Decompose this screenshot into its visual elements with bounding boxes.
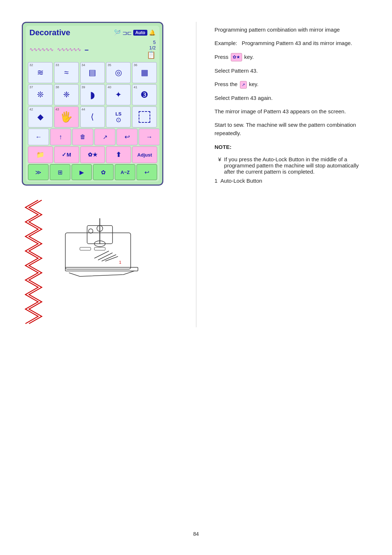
illustrations-row: 1 — [22, 197, 178, 327]
svg-rect-7 — [94, 247, 105, 250]
sound-icon: 🔔 — [149, 29, 156, 36]
bottom-return[interactable]: ↩ — [136, 164, 157, 180]
nav-left[interactable]: ← — [28, 129, 49, 145]
zigzag-svg — [22, 197, 54, 327]
nav-up[interactable]: ↑ — [50, 129, 71, 145]
press2-pre: Press the — [215, 81, 237, 87]
pattern-42[interactable]: 42 ◆ — [28, 106, 53, 127]
pattern-40[interactable]: 40 ✦ — [106, 84, 131, 105]
note-section: NOTE: ¥ If you press the Auto-Lock Butto… — [215, 143, 370, 184]
pattern-row-1: 32 ≋ 33 ≈ 34 ▤ 35 ◎ — [28, 62, 157, 83]
header-icons: 🪡 ⊐⊏ Auto 🔔 — [114, 29, 156, 36]
mirror-key-button[interactable]: ↗ — [240, 81, 247, 89]
nav-back[interactable]: ↩ — [117, 129, 138, 145]
numbered-1: 1 — [215, 178, 217, 184]
select1-text: Select Pattern 43. — [215, 66, 370, 75]
pattern-row-2: 37 ❊ 38 ❈ 39 ◗ 40 ✦ — [28, 84, 157, 105]
bottom-row: ≫ ⊞ ▶ ✿ A~Z ↩ — [28, 164, 157, 180]
machine-svg: 1 — [58, 211, 149, 284]
bottom-az[interactable]: A~Z — [115, 164, 135, 180]
nav-row: ← ↑ 🗑 ↗ ↩ → — [28, 129, 157, 145]
folder-icon: 📋 — [147, 50, 156, 59]
page-fraction: 1/2 — [147, 45, 156, 50]
pattern-ls[interactable]: LS ⊙ — [106, 106, 131, 127]
press1-post: key. — [244, 54, 254, 60]
vertical-divider — [196, 22, 196, 327]
pattern-34[interactable]: 34 ▤ — [80, 62, 105, 83]
panel-header-right: 🪡 ⊐⊏ Auto 🔔 — [114, 29, 156, 36]
numbered-1-text: Auto-Lock Button — [220, 178, 262, 184]
note-item-1: ¥ If you press the Auto-Lock Button in t… — [215, 156, 370, 175]
dash-separator: – — [85, 45, 89, 54]
pattern-35[interactable]: 35 ◎ — [106, 62, 131, 83]
wave-pattern-1: ∿∿∿∿∿∿ — [29, 46, 53, 52]
bottom-pattern[interactable]: ✿ — [93, 164, 114, 180]
auto-badge: Auto — [133, 30, 147, 36]
nav-delete[interactable]: 🗑 — [72, 129, 93, 145]
bottom-grid[interactable]: ⊞ — [50, 164, 70, 180]
press2-line: Press the ↗ key. — [215, 80, 370, 89]
mirror-text: The mirror image of Pattern 43 appears o… — [215, 107, 370, 116]
page-number: 84 — [186, 524, 206, 544]
star-key-button[interactable]: ✿★ — [231, 53, 242, 61]
numbered-item-1: 1 Auto-Lock Button — [215, 178, 370, 184]
svg-text:1: 1 — [119, 260, 121, 264]
panel-header: Decorative 🪡 ⊐⊏ Auto 🔔 — [26, 26, 159, 39]
left-column: Decorative 🪡 ⊐⊏ Auto 🔔 ∿∿∿∿∿∿ ∿ — [22, 22, 178, 327]
pattern-33[interactable]: 33 ≈ — [54, 62, 79, 83]
func-folder[interactable]: 📁 — [28, 146, 53, 163]
wave-pattern-2: ∿∿∿∿∿∿ — [57, 46, 81, 52]
needle-icon: 🪡 — [114, 29, 121, 36]
bottom-stitch1[interactable]: ≫ — [28, 164, 49, 180]
example-text: Example: Programming Pattern 43 and its … — [215, 39, 370, 47]
example-label: Example: — [215, 40, 242, 46]
press1-pre: Press — [215, 54, 228, 60]
press2-post: key. — [249, 81, 258, 87]
panel-title: Decorative — [29, 28, 70, 37]
pattern-36[interactable]: 36 ▦ — [132, 62, 157, 83]
pattern-41[interactable]: 41 ❸ — [132, 84, 157, 105]
thread-icon: ⊐⊏ — [122, 29, 132, 36]
func-vm[interactable]: ✓M — [54, 146, 79, 163]
pattern-32[interactable]: 32 ≋ — [28, 62, 53, 83]
press1-line: Press ✿★ key. — [215, 53, 370, 61]
pattern-38[interactable]: 38 ❈ — [54, 84, 79, 105]
pattern-44[interactable]: 44 ⟨ — [80, 106, 105, 127]
pattern-37[interactable]: 37 ❊ — [28, 84, 53, 105]
svg-point-4 — [89, 229, 93, 233]
pattern-39[interactable]: 39 ◗ — [80, 84, 105, 105]
note-body: If you press the Auto-Lock Button in the… — [224, 156, 370, 175]
svg-rect-6 — [80, 247, 91, 250]
yen-bullet: ¥ — [218, 156, 221, 175]
intro-text: Programming pattern combination with mir… — [215, 25, 370, 34]
bottom-play[interactable]: ▶ — [72, 164, 92, 180]
pattern-dotted[interactable] — [132, 106, 157, 127]
example-detail: Programming Pattern 43 and its mirror im… — [242, 40, 352, 46]
func-needle[interactable]: ⬆ — [106, 146, 131, 163]
pattern-43[interactable]: 43 🖐 — [54, 106, 79, 127]
page-num-top: 5 — [147, 40, 156, 45]
sew-text: Start to sew. The machine will sew the p… — [215, 121, 370, 138]
func-star[interactable]: ✿★ — [80, 146, 105, 163]
wave-row: ∿∿∿∿∿∿ ∿∿∿∿∿∿ – — [29, 45, 147, 54]
pattern-row-3: 42 ◆ 43 🖐 44 ⟨ LS ⊙ — [28, 106, 157, 127]
function-row: 📁 ✓M ✿★ ⬆ Adjust — [28, 146, 157, 163]
select2-text: Select Pattern 43 again. — [215, 94, 370, 102]
svg-line-8 — [94, 251, 109, 258]
right-column: Programming pattern combination with mir… — [215, 22, 370, 327]
nav-mirror[interactable]: ↗ — [94, 129, 115, 145]
sewing-panel: Decorative 🪡 ⊐⊏ Auto 🔔 ∿∿∿∿∿∿ ∿ — [22, 22, 163, 186]
func-adjust[interactable]: Adjust — [132, 146, 157, 163]
pattern-grid-section: 32 ≋ 33 ≈ 34 ▤ 35 ◎ — [26, 61, 159, 182]
note-title: NOTE: — [215, 143, 370, 151]
nav-right[interactable]: → — [139, 129, 159, 145]
